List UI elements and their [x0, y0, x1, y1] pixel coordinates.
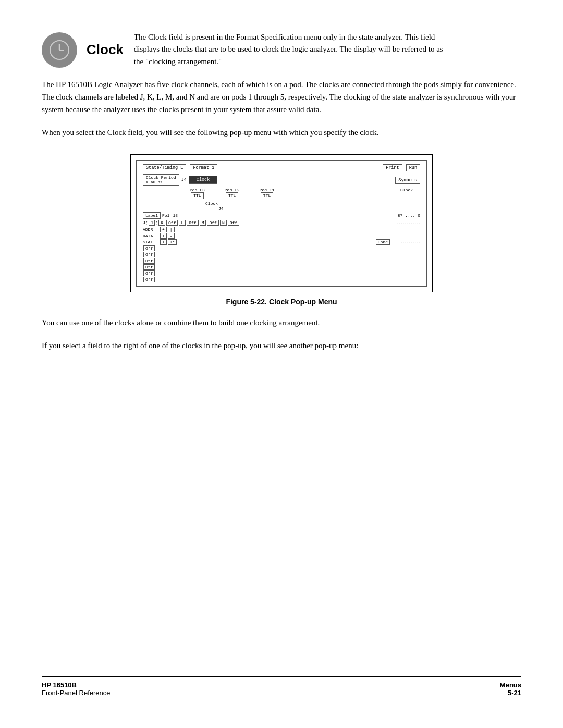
clock-period-btn[interactable]: Clock Period> 60 ns [143, 174, 179, 186]
ttl-btn-3[interactable]: TTL [261, 192, 273, 199]
l-off-btn[interactable]: Off [187, 220, 198, 226]
section-header-row: Clock The Clock field is present in the … [42, 31, 521, 68]
dots-middle: ............ [396, 220, 420, 225]
n-btn[interactable]: N [220, 220, 227, 226]
addr-plus1[interactable]: + [160, 227, 167, 232]
off-btn-5[interactable]: Off [143, 270, 155, 276]
pods-row: Pod E3 TTL Pod E2 TTL Pod E1 TTL [141, 187, 422, 200]
ttl-btn-1[interactable]: TTL [191, 192, 203, 199]
off-btn-2[interactable]: Off [143, 252, 155, 257]
footer-page: 5-21 [508, 689, 521, 697]
dots-bottom: .......... [400, 240, 420, 244]
body-paragraph-4: If you select a field to the right of on… [42, 339, 521, 352]
stat-label: STAT [143, 240, 160, 244]
pod-e1-label: Pod E1 [260, 188, 275, 192]
section-title: Clock [87, 42, 124, 58]
fig-top-left: State/Timing E Format 1 [142, 164, 218, 172]
fig-row2: Clock Period> 60 ns J4 Clock Symbols [141, 174, 422, 186]
off-row-1: Off [143, 245, 420, 251]
pod-e3: Pod E3 TTL [190, 188, 205, 199]
footer-section: Menus [500, 681, 521, 689]
m-btn[interactable]: M [200, 220, 206, 226]
addr-bar1[interactable]: | [168, 227, 175, 232]
off-btn-4[interactable]: Off [143, 264, 155, 270]
ttl-btn-2[interactable]: TTL [226, 192, 238, 199]
off-rows: Off Off Off Off Off Off [141, 245, 422, 282]
clock-right-label: Clock [400, 188, 413, 192]
footer-left: HP 16510B Front-Panel Reference [42, 681, 111, 697]
pod-e1: Pod E1 TTL [260, 188, 275, 199]
state-timing-btn[interactable]: State/Timing E [143, 164, 186, 171]
close-paren-1: ) [155, 220, 158, 225]
clock-dark-btn[interactable]: Clock [189, 176, 218, 184]
page-footer: HP 16510B Front-Panel Reference Menus 5-… [42, 676, 521, 697]
run-btn[interactable]: Run [406, 164, 420, 171]
k-btn[interactable]: K [158, 220, 165, 226]
off-btn-6[interactable]: Off [143, 277, 155, 282]
j4-row: J4 [141, 206, 422, 211]
pod-e3-label: Pod E3 [190, 188, 205, 192]
print-btn[interactable]: Print [383, 164, 402, 171]
clock-period-area: Clock Period> 60 ns J4 Clock [142, 174, 218, 186]
clock-icon [42, 32, 77, 68]
symbols-area: Symbols [394, 177, 421, 183]
numbers-87-0: 87 .... 0 [398, 213, 420, 218]
stat-plus[interactable]: + [160, 239, 167, 245]
n-off-btn[interactable]: Off [228, 220, 239, 226]
l-btn[interactable]: L [179, 220, 186, 226]
off-row-6: Off [143, 277, 420, 282]
data-label: DATA [143, 233, 160, 238]
data-row: DATA + - [141, 233, 422, 239]
pod-e2-label: Pod E2 [225, 188, 240, 192]
body-paragraph-1: The HP 16510B Logic Analyzer has five cl… [42, 78, 521, 116]
off-row-5: Off [143, 270, 420, 276]
stat-bar[interactable]: +* [168, 239, 177, 245]
j4-label-center: J4 [218, 206, 224, 211]
data-bar[interactable]: - [168, 233, 175, 239]
off-row-2: Off [143, 252, 420, 257]
off-btn-1[interactable]: Off [143, 245, 155, 251]
clock-center-label: Clock [205, 201, 218, 206]
dots-top: ---------- [400, 192, 420, 197]
figure-container: State/Timing E Format 1 Print Run Clock … [130, 154, 433, 292]
j-btn[interactable]: J [149, 220, 155, 226]
symbols-btn[interactable]: Symbols [395, 177, 420, 184]
off-btn-3[interactable]: Off [143, 258, 155, 264]
data-plus[interactable]: + [160, 233, 167, 239]
body-paragraph-3: You can use one of the clocks alone or c… [42, 316, 521, 329]
clock-settings-row: J( J ) K Off L Off M Off N Off .........… [141, 220, 422, 226]
stat-row: STAT + +* Done .......... [141, 239, 422, 245]
clock-j4-row: Clock [141, 201, 422, 206]
number15: 15 [173, 213, 178, 218]
done-btn[interactable]: Done [376, 239, 390, 245]
m-off-btn[interactable]: Off [207, 220, 218, 226]
po1-label: Po1 [162, 213, 169, 218]
label-row: Label Po1 15 87 .... 0 [141, 212, 422, 219]
content-area: Clock The Clock field is present in the … [42, 31, 521, 655]
off-row-3: Off [143, 258, 420, 264]
fig-top-right: Print Run [382, 164, 421, 172]
footer-right: Menus 5-21 [500, 681, 521, 697]
body-paragraph-2: When you select the Clock field, you wil… [42, 126, 521, 139]
intro-paragraph: The Clock field is present in the Format… [134, 31, 447, 68]
addr-row: ADDR + | [141, 227, 422, 232]
format1-btn[interactable]: Format 1 [190, 164, 217, 171]
diagram-border: State/Timing E Format 1 Print Run Clock … [136, 160, 427, 287]
page-container: Clock The Clock field is present in the … [0, 0, 563, 728]
diagram: State/Timing E Format 1 Print Run Clock … [136, 160, 427, 287]
k-off-btn[interactable]: Off [166, 220, 178, 226]
figure-caption: Figure 5-22. Clock Pop-up Menu [42, 298, 521, 306]
j-label: J( [143, 220, 148, 225]
addr-label: ADDR [143, 227, 160, 232]
j4-small-label: J4 [181, 177, 187, 182]
pod-e2: Pod E2 TTL [225, 188, 240, 199]
label-btn[interactable]: Label [143, 212, 161, 219]
clock-right-area: Clock ---------- [400, 188, 420, 199]
fig-top-bar: State/Timing E Format 1 Print Run [141, 164, 422, 172]
footer-product: HP 16510B [42, 681, 111, 689]
off-row-4: Off [143, 264, 420, 270]
footer-ref: Front-Panel Reference [42, 689, 111, 697]
spacer-left [143, 188, 190, 199]
